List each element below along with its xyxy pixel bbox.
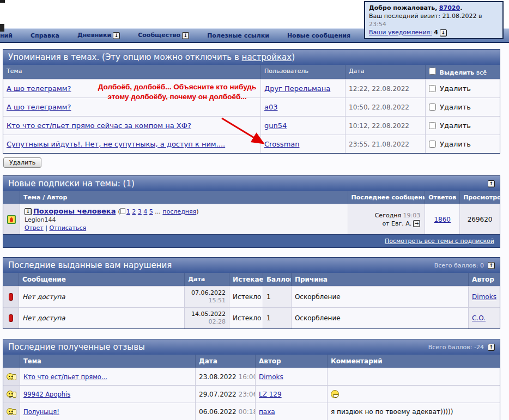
negative-feedback-icon: [7, 373, 16, 381]
greeting-period: .: [460, 4, 462, 11]
page-link[interactable]: 1: [126, 208, 130, 215]
topic-link[interactable]: Кто что ест/пьет прямо сейчас за компом …: [7, 121, 191, 130]
last-page-link[interactable]: последняя: [162, 208, 196, 215]
collapse-up-icon[interactable]: ↑: [488, 344, 495, 351]
replies-cell: 1860: [425, 204, 459, 234]
user-link[interactable]: Друг Перельмана: [264, 84, 330, 93]
feedback-icon-cell: [3, 403, 20, 420]
corner-fragment: [0, 24, 4, 32]
nav-item-community[interactable]: Сообщество↓: [138, 32, 189, 39]
column-header-select-all: Выделить всё: [425, 65, 500, 79]
unsubscribe-link[interactable]: Отписаться: [49, 224, 86, 232]
author-label: Автор: [259, 357, 281, 365]
mentions-title-text: Упоминания в темах. (Эту опцию можно отк…: [8, 52, 239, 62]
nav-item-blogs[interactable]: Дневники↓: [77, 32, 120, 39]
nav-item-new-messages[interactable]: Новые сообщения: [287, 32, 350, 39]
reason-label: Причина: [295, 276, 328, 283]
user-link[interactable]: Crossman: [264, 140, 300, 148]
comment-label: Комментарий: [331, 357, 383, 365]
user-link[interactable]: gun54: [264, 121, 287, 130]
last-visit-in: в: [478, 13, 482, 20]
notifications-count: 4: [434, 29, 438, 36]
topic-link[interactable]: Похороны человека: [33, 207, 116, 215]
delete-checkbox[interactable]: [429, 122, 436, 129]
collapse-up-icon[interactable]: ↑: [488, 180, 495, 187]
notifications-dropdown-icon[interactable]: ↓: [440, 29, 447, 36]
reply-link[interactable]: Ответ: [25, 224, 44, 232]
ellipsis: ...: [155, 208, 161, 215]
page-link[interactable]: 2: [132, 208, 136, 215]
notifications-link[interactable]: Ваши уведомления:: [369, 29, 432, 36]
topic-link[interactable]: Супутныкы ийдуть!. Нет, не супутныкы, а …: [7, 140, 225, 148]
author-link[interactable]: LZ 129: [259, 391, 282, 398]
select-all-label-rest: всё: [476, 69, 487, 76]
column-header-topic-author: Тема / Автор: [20, 191, 348, 204]
notifications-line: Ваши уведомления: 4↓: [369, 28, 499, 36]
subscriptions-section: Новые подписки на темы: (1) ↑ Тема / Авт…: [3, 175, 500, 248]
column-header-status-icon: [3, 191, 20, 204]
feedback-icon-cell: [3, 368, 20, 385]
message-cell: Нет доступа: [19, 287, 184, 307]
date-cell: 10:12, 22.08.2022: [345, 117, 425, 135]
select-all-checkbox[interactable]: [429, 68, 436, 75]
feedback-date: 06.06.2022: [199, 408, 237, 416]
delete-cell: Удалить: [425, 135, 500, 153]
negative-feedback-icon: [7, 407, 16, 416]
nav-item-useful-links[interactable]: Полезные ссылки: [207, 32, 269, 39]
red-annotation-text: Долбоёб, долбоёб... Объясните кто нибудь…: [95, 82, 259, 102]
column-header-views: Просмотров: [459, 191, 500, 204]
infraction-date: 07.06.2022: [191, 289, 226, 297]
delete-label: Удалить: [440, 140, 471, 148]
page-link[interactable]: 4: [143, 208, 147, 215]
goto-last-post-icon[interactable]: →: [413, 220, 420, 227]
points-cell: 1: [263, 287, 291, 307]
delete-checkbox[interactable]: [429, 104, 436, 111]
topic-link[interactable]: Кто что ест/пьет прямо...: [23, 373, 107, 381]
author-cell: паха: [255, 403, 327, 420]
author-link[interactable]: C.O.: [472, 314, 486, 322]
username-link[interactable]: 87020: [439, 4, 460, 11]
chevron-down-icon[interactable]: ↓: [113, 32, 120, 39]
topic-cell: Кто что ест/пьет прямо сейчас за компом …: [3, 117, 260, 135]
topic-link[interactable]: Полуныця!: [23, 408, 59, 416]
user-cell: Crossman: [260, 135, 345, 153]
paren: ): [196, 208, 198, 215]
page-link[interactable]: 3: [138, 208, 142, 215]
chevron-down-icon[interactable]: ↓: [182, 32, 189, 39]
page-link[interactable]: 5: [149, 208, 153, 215]
subscriptions-table-head: Тема / Автор Последнее сообщение Ответов…: [3, 191, 500, 204]
points-cell: 1: [263, 308, 291, 328]
collapse-up-icon[interactable]: ↑: [488, 262, 495, 269]
grin-emoji-icon: [331, 390, 339, 398]
topic-link[interactable]: А шо телеграмм?: [7, 84, 71, 93]
view-all-subscriptions-link[interactable]: Посмотреть все темы с подпиской: [385, 238, 494, 245]
author-cell: C.O.: [468, 308, 500, 328]
delete-selected-button[interactable]: Удалить: [3, 157, 41, 168]
goto-first-unread-icon[interactable]: ↓: [25, 208, 32, 215]
settings-link[interactable]: настройках: [242, 52, 292, 62]
author-link[interactable]: паха: [259, 408, 275, 416]
last-visit-time: 23:54: [369, 21, 386, 28]
topic-link[interactable]: 99942 Apophis: [23, 391, 70, 398]
infraction-icon: [9, 314, 13, 322]
replies-count-link[interactable]: 1860: [434, 216, 451, 223]
select-all-label-bold: Выделить: [440, 69, 475, 76]
infractions-table-head: Сообщение Дата Истекает Баллов Причина А…: [3, 273, 500, 286]
author-link[interactable]: Dimoks: [259, 373, 283, 381]
author-link[interactable]: Dimoks: [472, 293, 496, 301]
user-cell: gun54: [260, 117, 345, 135]
date-cell: 07.06.2022 15:51: [184, 287, 229, 307]
topic-link[interactable]: А шо телеграмм?: [7, 103, 71, 111]
user-link[interactable]: a03: [264, 103, 278, 111]
nav-item-truncated[interactable]: ний: [0, 32, 13, 39]
nav-item-help[interactable]: Справка: [31, 32, 59, 39]
delete-checkbox[interactable]: [429, 141, 436, 148]
last-post-day: Сегодня: [375, 212, 401, 219]
comment-cell: [327, 386, 500, 403]
date-cell: 23:55, 21.08.2022: [345, 135, 425, 153]
feedback-time: 23:06: [239, 391, 255, 398]
delete-checkbox[interactable]: [429, 85, 436, 92]
welcome-line: Добро пожаловать, 87020.: [369, 4, 499, 12]
last-post-author: от Евг. А.→: [382, 220, 420, 228]
infraction-time: 15:51: [208, 297, 226, 305]
